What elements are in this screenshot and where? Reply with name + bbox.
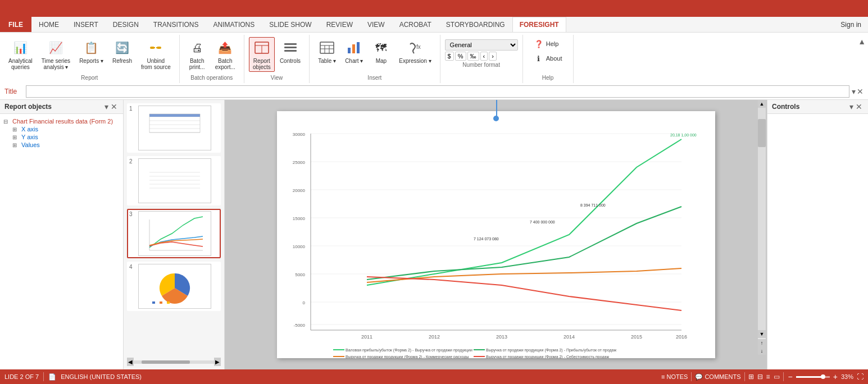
time-series-button[interactable]: 📈 Time series analysis ▾ — [38, 37, 74, 72]
scroll-up-btn[interactable]: ▲ — [758, 100, 766, 108]
slide-scroll-left[interactable]: ◀ — [127, 358, 134, 366]
scroll-page-down-btn[interactable]: ↓ — [758, 347, 766, 355]
unbind-icon — [147, 39, 165, 57]
tree-root-toggle[interactable]: ⊟ — [3, 118, 10, 125]
increase-decimal-btn[interactable]: › — [489, 52, 497, 61]
slide-thumb-3[interactable]: 3 — [127, 209, 221, 258]
slide-thumb-4[interactable]: 4 — [127, 262, 221, 311]
status-bar-left: LIDE 2 OF 7 📄 ENGLISH (UNITED STATES) — [4, 372, 655, 381]
tree-item-xaxis[interactable]: ⊞ X axis — [12, 125, 120, 133]
values-toggle[interactable]: ⊞ — [12, 142, 19, 148]
svg-text:Валовая прибыль/убыток (Форма : Валовая прибыль/убыток (Форма 2) - Выруч… — [346, 348, 472, 353]
language-info: ENGLISH (UNITED STATES) — [61, 373, 142, 380]
title-close-button[interactable]: ✕ — [857, 87, 864, 96]
report-objects-button[interactable]: Report objects — [249, 37, 275, 72]
slide-preview-2 — [138, 158, 211, 203]
help-button[interactable]: ❓ Help — [531, 37, 562, 51]
controls-ribbon-button[interactable]: Controls — [276, 37, 305, 66]
table-button[interactable]: Table ▾ — [314, 37, 340, 66]
report-objects-panel: Report objects ▾ ✕ ⊟ Chart Financial res… — [0, 100, 124, 369]
analytical-queries-button[interactable]: 📊 Analytical queries — [4, 37, 37, 72]
tab-insert[interactable]: INSERT — [66, 17, 106, 32]
controls-close-button[interactable]: ✕ — [855, 102, 864, 111]
tab-acrobat[interactable]: ACROBAT — [392, 17, 439, 32]
svg-rect-24 — [149, 114, 200, 117]
main-view: 30000 25000 20000 15000 10000 5000 0 -50… — [225, 100, 767, 369]
tree-root[interactable]: ⊟ Chart Financial results data (Form 2) — [3, 117, 120, 125]
svg-text:Выручка от продажи продукции (: Выручка от продажи продукции (Форма 2) -… — [346, 355, 469, 358]
scroll-page-up-btn[interactable]: ↑ — [758, 339, 766, 347]
slide-num-4: 4 — [129, 264, 136, 270]
reports-button[interactable]: 📋 Reports ▾ — [75, 37, 107, 66]
tree-child-values: ⊞ Values — [3, 141, 120, 149]
zoom-out-btn[interactable]: − — [787, 372, 794, 381]
controls-pin-button[interactable]: ▾ — [848, 102, 855, 111]
tab-review[interactable]: REVIEW — [319, 17, 360, 32]
slide-scroll-right[interactable]: ▶ — [214, 358, 221, 366]
batch-print-button[interactable]: 🖨 Batch print... — [184, 37, 210, 72]
tab-foresight[interactable]: FORESIGHT — [512, 17, 566, 32]
slide-thumb-1[interactable]: 1 — [127, 103, 221, 153]
currency-btn[interactable]: $ — [445, 52, 454, 61]
tree-item-yaxis[interactable]: ⊞ Y axis — [12, 133, 120, 141]
tree-root-label: Chart Financial results data (Form 2) — [12, 118, 113, 125]
svg-text:2015: 2015 — [630, 334, 642, 340]
tab-animations[interactable]: ANIMATIONS — [206, 17, 262, 32]
tab-file[interactable]: FILE — [0, 17, 31, 32]
fit-screen-btn[interactable]: ⛶ — [857, 373, 864, 381]
tree-item-values[interactable]: ⊞ Values — [12, 141, 120, 149]
report-objects-close-button[interactable]: ✕ — [110, 102, 119, 111]
tab-design[interactable]: DESIGN — [106, 17, 146, 32]
refresh-button[interactable]: 🔄 Refresh — [108, 37, 136, 66]
reading-view-btn[interactable]: ▭ — [774, 373, 780, 381]
title-dropdown-button[interactable]: ▾ — [852, 87, 856, 96]
ribbon-group-help: ❓ Help ℹ About Help — [523, 35, 574, 83]
svg-text:2012: 2012 — [428, 334, 439, 340]
svg-rect-37 — [152, 301, 155, 304]
expression-button[interactable]: fx Expression ▾ — [395, 37, 435, 66]
map-button[interactable]: 🗺 Map — [368, 37, 394, 66]
zoom-in-btn[interactable]: + — [832, 372, 839, 381]
comments-label: COMMENTS — [705, 373, 740, 380]
decrease-decimal-btn[interactable]: ‹ — [480, 52, 488, 61]
tab-storyboarding[interactable]: STORYBOARDING — [439, 17, 512, 32]
slide-scroll-track — [134, 360, 214, 364]
ribbon-collapse[interactable]: ▲ — [856, 35, 868, 83]
tab-view[interactable]: VIEW — [360, 17, 392, 32]
reports-icon: 📋 — [83, 39, 101, 57]
number-format-select[interactable]: General Number Currency Percentage — [445, 39, 518, 51]
ribbon-group-report-items: 📊 Analytical queries 📈 Time series analy… — [4, 35, 175, 74]
grid-view-btn[interactable]: ⊟ — [757, 373, 763, 381]
svg-rect-39 — [167, 301, 170, 304]
svg-text:5000: 5000 — [295, 272, 305, 277]
signin-button[interactable]: Sign in — [834, 21, 868, 29]
batch-export-button[interactable]: 📤 Batch export... — [211, 37, 239, 72]
zoom-slider-thumb — [821, 374, 825, 379]
tab-home[interactable]: HOME — [31, 17, 66, 32]
notes-button[interactable]: ≡ NOTES — [661, 373, 688, 380]
slide-thumb-2[interactable]: 2 — [127, 156, 221, 205]
tab-transitions[interactable]: TRANSITIONS — [146, 17, 206, 32]
controls-title: Controls — [772, 103, 848, 111]
comments-button[interactable]: 💬 COMMENTS — [695, 373, 740, 381]
tab-slideshow[interactable]: SLIDE SHOW — [262, 17, 319, 32]
svg-text:15000: 15000 — [292, 216, 305, 221]
svg-rect-16 — [357, 42, 360, 53]
normal-view-btn[interactable]: ⊞ — [748, 373, 754, 381]
zoom-slider[interactable] — [796, 376, 830, 378]
outline-view-btn[interactable]: ≡ — [766, 373, 770, 381]
zoom-value: 33% — [841, 373, 853, 380]
chart-button[interactable]: Chart ▾ — [341, 37, 367, 66]
yaxis-toggle[interactable]: ⊞ — [12, 134, 19, 140]
unbind-button[interactable]: Unbind from source — [137, 37, 175, 72]
zoom-control: − + 33% — [787, 372, 853, 381]
about-button[interactable]: ℹ About — [531, 52, 565, 65]
slide-preview-3 — [138, 211, 211, 256]
ribbon-group-report: 📊 Analytical queries 📈 Time series analy… — [0, 35, 180, 83]
permille-btn[interactable]: ‰ — [467, 52, 479, 61]
scroll-down-btn[interactable]: ▼ — [758, 330, 766, 338]
xaxis-toggle[interactable]: ⊞ — [12, 126, 19, 132]
title-input[interactable] — [26, 85, 849, 98]
report-objects-pin-button[interactable]: ▾ — [103, 102, 110, 111]
percent-btn[interactable]: % — [455, 52, 466, 61]
